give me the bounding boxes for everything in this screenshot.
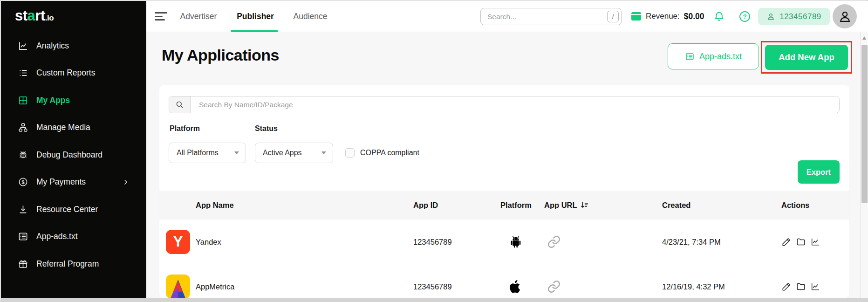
table-row-yandex[interactable]: Y Yandex 123456789 4/23/21, 7:34 PM — [159, 220, 849, 264]
help-icon[interactable]: ? — [738, 10, 751, 23]
account-id: 123456789 — [779, 12, 821, 21]
logo-tld: .io — [45, 14, 54, 22]
page-title: My Applications — [162, 46, 279, 64]
chevron-down-icon — [234, 151, 239, 154]
column-header-app-id: App ID — [413, 191, 438, 220]
app-url-link-icon[interactable] — [547, 220, 561, 264]
platform-dropdown-value: All Platforms — [177, 149, 219, 157]
stats-chart-icon[interactable] — [810, 237, 820, 247]
edit-pencil-icon[interactable] — [781, 237, 792, 247]
dollar-circle-icon: $ — [18, 177, 28, 187]
coppa-checkbox[interactable] — [345, 148, 355, 158]
account-id-button[interactable]: 123456789 — [758, 8, 830, 25]
column-header-created: Created — [662, 191, 690, 220]
chevron-right-icon — [122, 178, 130, 186]
tab-advertiser[interactable]: Advertiser — [180, 1, 217, 32]
slash-shortcut-badge: / — [607, 11, 619, 22]
sidebar-item-label: My Payments — [36, 177, 86, 187]
sidebar-item-label: Referral Program — [36, 259, 99, 269]
sidebar-item-label: Manage Media — [36, 123, 90, 132]
sidebar-item-debug-dashboard[interactable]: Debug Dashboard — [1, 141, 146, 169]
window-bottom-edge — [1, 298, 868, 302]
svg-text:?: ? — [743, 13, 746, 20]
download-icon — [18, 204, 28, 215]
search-icon — [169, 96, 191, 113]
sidebar-item-referral-program[interactable]: Referral Program — [1, 250, 146, 278]
actions-cell — [781, 220, 820, 264]
folder-icon[interactable] — [796, 237, 806, 247]
bug-icon — [18, 150, 28, 160]
logo-text: st — [15, 7, 27, 24]
sidebar-item-custom-reports[interactable]: Custom Reports — [1, 60, 146, 87]
sitemap-icon — [18, 122, 28, 133]
created-cell: 12/16/19, 4:32 PM — [662, 264, 725, 298]
export-button[interactable]: Export — [798, 160, 840, 184]
coppa-checkbox-label: COPPA compliant — [360, 149, 419, 157]
column-header-app-url[interactable]: App URL — [544, 191, 588, 220]
app-ads-txt-button[interactable]: App-ads.txt — [668, 43, 759, 69]
status-filter-label: Status — [255, 124, 278, 133]
chevron-down-icon — [321, 151, 326, 154]
user-icon — [766, 12, 775, 21]
stats-chart-icon[interactable] — [810, 281, 820, 292]
annotation-highlight-rectangle: Add New App — [761, 41, 852, 74]
apps-search-box — [169, 96, 840, 113]
sidebar-item-app-ads-txt[interactable]: App-ads.txt — [1, 223, 146, 251]
apps-search-input[interactable] — [191, 96, 839, 113]
app-name-cell: Yandex — [196, 220, 221, 264]
sort-descending-icon — [580, 192, 588, 200]
sidebar-item-label: My Apps — [36, 96, 70, 105]
wallet-icon — [631, 12, 642, 21]
edit-pencil-icon[interactable] — [781, 281, 792, 292]
notifications-bell-icon[interactable] — [713, 11, 725, 22]
table-header-row: App Name App ID Platform App URL Created… — [159, 191, 849, 220]
app-id-cell: 123456789 — [413, 264, 452, 298]
sidebar-item-my-apps[interactable]: My Apps — [1, 87, 146, 114]
column-header-actions: Actions — [781, 191, 810, 220]
sidebar-item-analytics[interactable]: Analytics — [1, 32, 146, 60]
sidebar-item-label: Custom Reports — [36, 68, 95, 78]
svg-text:$: $ — [21, 179, 24, 185]
gift-icon — [18, 259, 28, 269]
column-header-platform: Platform — [500, 191, 532, 220]
document-list-icon — [18, 231, 28, 242]
folder-icon[interactable] — [796, 281, 806, 292]
line-chart-icon — [18, 41, 28, 51]
table-row-appmetrica[interactable]: AppMetrica 123456789 12/16/19, 4:32 PM — [159, 264, 849, 298]
profile-avatar[interactable] — [833, 4, 857, 28]
sidebar-item-label: Resource Center — [36, 205, 98, 214]
tab-audience[interactable]: Audience — [294, 1, 328, 32]
sidebar-item-manage-media[interactable]: Manage Media — [1, 114, 146, 142]
apple-platform-icon — [509, 264, 523, 298]
start-io-logo[interactable]: start.io — [15, 7, 54, 24]
status-dropdown-value: Active Apps — [263, 149, 302, 157]
grid-icon — [18, 95, 28, 106]
sidebar-item-resource-center[interactable]: Resource Center — [1, 196, 146, 223]
hamburger-menu-icon[interactable] — [155, 12, 168, 23]
platform-filter-label: Platform — [170, 124, 200, 133]
scrollbar-thumb[interactable] — [861, 45, 868, 203]
created-cell: 4/23/21, 7:34 PM — [662, 220, 721, 264]
status-dropdown[interactable]: Active Apps — [255, 143, 333, 163]
global-search-box: / — [480, 8, 622, 25]
vertical-scrollbar[interactable] — [860, 32, 868, 298]
app-id-cell: 123456789 — [413, 220, 452, 264]
revenue-value: $0.00 — [684, 12, 704, 21]
global-search-input[interactable] — [481, 13, 607, 21]
sidebar-item-my-payments[interactable]: $ My Payments — [1, 169, 146, 196]
revenue-indicator: Revenue: $0.00 — [631, 1, 704, 32]
app-url-link-icon[interactable] — [547, 264, 561, 298]
column-header-app-name: App Name — [196, 191, 234, 220]
app-window: start.io Analytics Custom Reports My App… — [0, 0, 868, 302]
logo-accent-letter: a — [27, 7, 35, 24]
topbar: Advertiser Publisher Audience / Revenue:… — [146, 1, 868, 32]
column-header-app-url-label: App URL — [544, 201, 577, 209]
app-logo-yandex: Y — [166, 220, 190, 264]
platform-dropdown[interactable]: All Platforms — [169, 143, 246, 163]
tab-publisher[interactable]: Publisher — [237, 1, 274, 32]
add-new-app-button[interactable]: Add New App — [765, 45, 848, 70]
scroll-up-arrow-icon[interactable] — [862, 36, 866, 40]
sidebar-item-label: Debug Dashboard — [36, 150, 103, 160]
logo-text: rt — [35, 7, 45, 24]
avatar-person-icon — [838, 9, 852, 24]
